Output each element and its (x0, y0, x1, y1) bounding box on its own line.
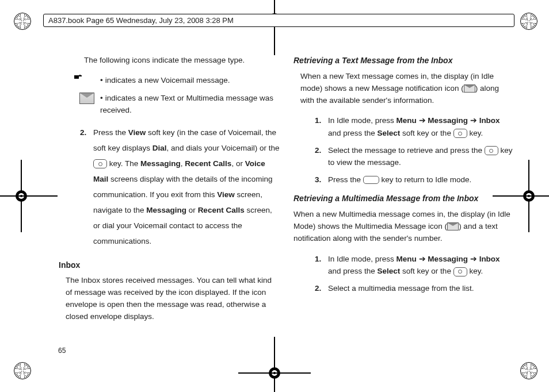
center-key-icon (453, 267, 467, 276)
crop-mark-target-bottom (267, 366, 282, 381)
softkey-icon (363, 176, 379, 184)
intro-text: The following icons indicate the message… (84, 55, 268, 67)
list-item: Select the message to retrieve and press… (323, 144, 514, 169)
page-content: The following icons indicate the message… (59, 55, 514, 358)
page-number: 65 (58, 347, 66, 355)
crop-mark-target-right (521, 189, 536, 203)
mms-icon (447, 222, 459, 230)
mms-steps: In Idle mode, press Menu ➔ Messaging ➔ I… (293, 253, 514, 295)
icon-row-text: •indicates a new Voicemail message. (100, 75, 230, 87)
left-steps-list: Press the View soft key (in the case of … (59, 125, 280, 249)
message-icon (464, 84, 475, 93)
center-key-icon (453, 129, 467, 138)
list-item: In Idle mode, press Menu ➔ Messaging ➔ I… (323, 253, 514, 278)
inbox-paragraph: The Inbox stores received messages. You … (66, 275, 279, 323)
center-key-icon (485, 146, 498, 155)
icon-row-voicemail: •indicates a new Voicemail message. (79, 75, 280, 87)
list-item: Select a multimedia message from the lis… (323, 282, 514, 295)
crop-mark-circle-tr (520, 13, 537, 30)
mms-paragraph: When a new Multimedia message comes in, … (293, 209, 514, 245)
list-item: Press the key to return to Idle mode. (323, 174, 514, 186)
list-item: Press the View soft key (in the case of … (89, 125, 280, 249)
page-header-frame: A837.book Page 65 Wednesday, July 23, 20… (43, 14, 514, 27)
inbox-heading: Inbox (59, 259, 280, 272)
center-key-icon (93, 159, 107, 168)
text-msg-steps: In Idle mode, press Menu ➔ Messaging ➔ I… (293, 114, 514, 186)
crop-mark-target-left (14, 189, 29, 203)
crop-mark-circle-tl (14, 13, 31, 30)
text-msg-paragraph: When a new Text message comes in, the di… (300, 71, 514, 107)
section-heading-text: Retrieving a Text Message from the Inbox (293, 55, 514, 67)
page-header-text: A837.book Page 65 Wednesday, July 23, 20… (48, 16, 234, 25)
section-heading-mms: Retrieving a Multimedia Message from the… (293, 193, 514, 205)
crop-mark-circle-br (520, 362, 537, 379)
icon-row-text: •indicates a new Text or Multimedia mess… (100, 93, 280, 117)
icon-row-text-mms: •indicates a new Text or Multimedia mess… (79, 93, 280, 117)
left-column: The following icons indicate the message… (59, 55, 280, 358)
voicemail-icon (79, 75, 94, 85)
envelope-icon (79, 93, 94, 104)
crop-mark-circle-bl (14, 362, 31, 379)
right-column: Retrieving a Text Message from the Inbox… (293, 55, 514, 358)
list-item: In Idle mode, press Menu ➔ Messaging ➔ I… (323, 114, 514, 139)
